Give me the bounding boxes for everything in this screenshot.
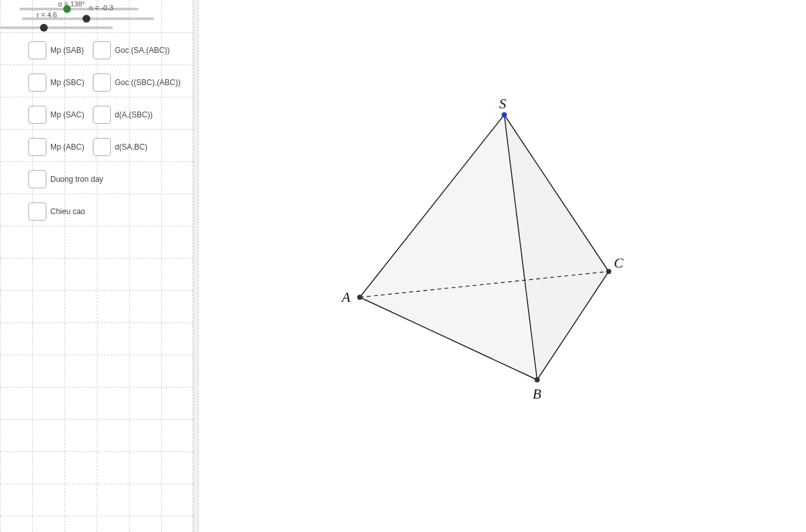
slider-alpha-thumb[interactable] <box>63 5 71 13</box>
label-mp-sac: Mp (SAC) <box>50 110 84 119</box>
slider-r-track[interactable] <box>0 26 113 29</box>
checkbox-mp-sbc[interactable] <box>28 74 46 92</box>
slider-alpha-track[interactable] <box>19 8 139 10</box>
checkbox-duong-tron-day[interactable] <box>28 170 46 188</box>
checkbox-mp-abc[interactable] <box>28 138 46 156</box>
vertex-C-label: C <box>614 255 624 271</box>
slider-r-label: r = 4.6 <box>37 11 57 19</box>
slider-r-thumb[interactable] <box>40 24 48 32</box>
tetrahedron-svg <box>199 0 806 532</box>
label-d-sa-bc: d(SA,BC) <box>115 143 148 152</box>
label-d-a-sbc: d(A,(SBC)) <box>115 110 153 119</box>
label-duong-tron-day: Duong tron day <box>50 175 103 184</box>
label-goc-sa-abc: Goc (SA,(ABC)) <box>115 46 170 55</box>
checkbox-chieu-cao[interactable] <box>28 202 46 221</box>
checkbox-mp-sac[interactable] <box>28 106 46 124</box>
slider-n-label: n = -0.3 <box>89 4 113 12</box>
panel-divider[interactable] <box>193 0 199 532</box>
checkbox-goc-sbc-abc[interactable] <box>93 74 111 92</box>
label-mp-abc: Mp (ABC) <box>50 143 84 152</box>
right-3d-view[interactable]: S A B C <box>199 0 806 532</box>
label-chieu-cao: Chieu cao <box>50 207 85 216</box>
label-mp-sab: Mp (SAB) <box>50 46 84 55</box>
checkbox-mp-sab[interactable] <box>28 41 46 59</box>
checkbox-d-sa-bc[interactable] <box>93 138 111 156</box>
slider-n-thumb[interactable] <box>83 15 90 23</box>
checkbox-goc-sa-abc[interactable] <box>93 41 111 59</box>
vertex-C-dot[interactable] <box>606 269 611 274</box>
label-mp-sbc: Mp (SBC) <box>50 78 84 87</box>
left-panel: α = 138° n = -0.3 r = 4.6 Mp (SAB) Goc (… <box>0 0 193 532</box>
vertex-B-dot[interactable] <box>535 377 540 382</box>
vertex-A-dot[interactable] <box>357 295 362 300</box>
checkbox-d-a-sbc[interactable] <box>93 106 111 124</box>
vertex-A-label: A <box>342 289 350 306</box>
label-goc-sbc-abc: Goc ((SBC),(ABC)) <box>115 78 181 87</box>
slider-alpha-label: α = 138° <box>58 0 85 8</box>
vertex-S-dot[interactable] <box>502 112 507 117</box>
vertex-S-label: S <box>499 95 506 112</box>
vertex-B-label: B <box>533 386 541 402</box>
